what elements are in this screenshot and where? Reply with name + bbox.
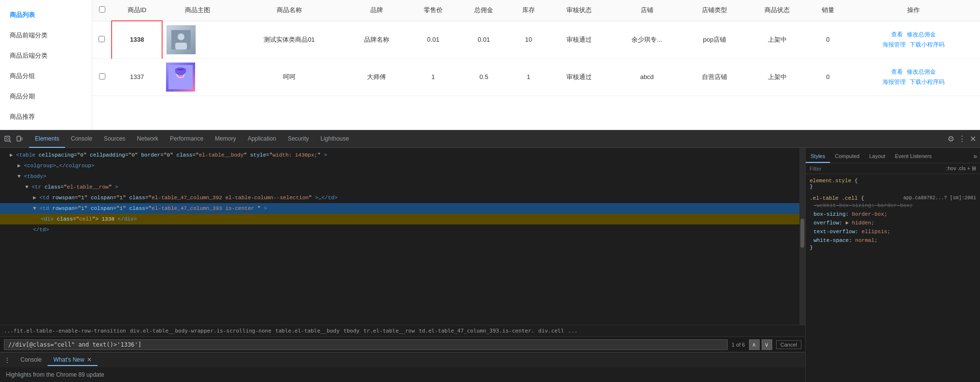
row1-actions: 查看 修改总佣金 海报管理 下载小程序码	[847, 21, 980, 58]
search-input[interactable]	[4, 339, 728, 350]
sidebar-item-backend-cat[interactable]: 商品后端分类	[0, 46, 92, 66]
html-line-colgroup: ▶ <colgroup>…</colgroup>	[0, 160, 799, 171]
tab-elements[interactable]: Elements	[29, 130, 65, 148]
css-selector-el-table-cell: .el-table .cell { app.ca80762...? [sm]:2…	[810, 195, 976, 201]
bc-item-4[interactable]: tbody	[344, 328, 360, 334]
bc-item-3[interactable]: table.el-table__body	[275, 328, 339, 334]
arrow-icon-td2[interactable]: ▼	[33, 206, 36, 211]
sidebar-item-recommend[interactable]: 商品推荐	[0, 107, 92, 127]
sidebar-item-period[interactable]: 商品分期	[0, 86, 92, 107]
row2-view-link[interactable]: 查看	[891, 68, 903, 76]
arrow-icon-td1[interactable]: ▶	[33, 195, 36, 201]
bc-item-7[interactable]: div.cell	[538, 328, 564, 334]
arrow-icon-tr[interactable]: ▼	[25, 184, 29, 190]
th-sales: 销量	[809, 0, 847, 21]
settings-icon[interactable]: ⚙	[947, 134, 954, 143]
row2-thumb-cell	[162, 58, 233, 96]
svg-rect-11	[21, 138, 22, 140]
row1-review-status: 审核通过	[548, 21, 611, 58]
search-prev-button[interactable]: ∧	[749, 339, 760, 350]
sidebar-item-product-list[interactable]: 商品列表	[0, 5, 92, 25]
console-tab-close-icon[interactable]: ✕	[87, 356, 92, 363]
close-devtools-icon[interactable]: ✕	[970, 134, 976, 143]
table-row: 1337	[92, 58, 980, 96]
row2-miniprogram-link[interactable]: 下载小程序码	[910, 78, 945, 86]
filter-suffix[interactable]: :hov .cls + ⊞	[946, 165, 976, 172]
tab-sources[interactable]: Sources	[98, 130, 131, 148]
row1-secondary-actions: 海报管理 下载小程序码	[882, 41, 945, 49]
st-tab-styles[interactable]: Styles	[806, 150, 830, 163]
row2-shop-type: 自营店铺	[683, 58, 746, 96]
search-next-button[interactable]: ∨	[762, 339, 772, 350]
st-tab-layout[interactable]: Layout	[864, 150, 890, 163]
th-product-status: 商品状态	[746, 0, 809, 21]
th-product-name: 商品名称	[233, 0, 346, 21]
row1-poster-link[interactable]: 海报管理	[882, 41, 906, 49]
select-all-checkbox[interactable]	[99, 6, 105, 13]
elements-wrapper: ▶ <table cellspacing="0" cellpadding="0"…	[0, 148, 805, 325]
filter-input[interactable]	[810, 166, 944, 172]
row2-commission: 0.5	[459, 58, 509, 96]
css-closing-element: }	[810, 184, 976, 190]
row1-stock: 10	[509, 21, 548, 58]
row1-view-link[interactable]: 查看	[891, 31, 903, 39]
tab-console[interactable]: Console	[65, 130, 98, 148]
arrow-icon-colgroup[interactable]: ▶	[17, 163, 21, 169]
row2-shop: abcd	[611, 58, 683, 96]
device-icon[interactable]	[16, 135, 23, 143]
scroll-track[interactable]	[799, 148, 805, 325]
console-drag-icon[interactable]: ⋮	[4, 356, 11, 364]
search-cancel-button[interactable]: Cancel	[776, 340, 801, 349]
devtools-main: ▶ <table cellspacing="0" cellpadding="0"…	[0, 148, 805, 382]
bc-item-8[interactable]: ...	[568, 328, 578, 334]
row2-action-links: 查看 修改总佣金 海报管理 下载小程序码	[851, 68, 976, 86]
css-prop-webkit-box-sizing: -webkit-box-sizing: border-box;	[810, 201, 976, 210]
bc-item-5[interactable]: tr.el-table__row	[364, 328, 415, 334]
top-area: 商品列表 商品前端分类 商品后端分类 商品分组 商品分期 商品推荐 商品ID 商…	[0, 0, 980, 130]
row1-checkbox[interactable]	[99, 36, 105, 42]
row1-name: 测试实体类商品01	[233, 21, 346, 58]
html-line-table: ▶ <table cellspacing="0" cellpadding="0"…	[0, 150, 799, 160]
bc-item-6[interactable]: td.el-table_47_column_393.is-center.	[419, 328, 534, 334]
sidebar-item-group[interactable]: 商品分组	[0, 66, 92, 86]
st-tab-event-listeners[interactable]: Event Listeners	[890, 150, 937, 163]
tab-security[interactable]: Security	[282, 130, 315, 148]
css-closing-el-table-cell: }	[810, 245, 976, 251]
tab-network[interactable]: Network	[131, 130, 164, 148]
th-retail-price: 零售价	[408, 0, 458, 21]
more-icon[interactable]: ⋮	[958, 134, 966, 143]
inspect-icon[interactable]	[4, 135, 12, 143]
row2-edit-commission-link[interactable]: 修改总佣金	[907, 68, 936, 76]
arrow-icon[interactable]: ▶	[10, 152, 13, 158]
css-selector-element: element.style {	[810, 178, 976, 184]
console-message: Highlights from the Chrome 89 update	[6, 371, 104, 378]
th-product-image: 商品主图	[162, 0, 233, 21]
row1-edit-commission-link[interactable]: 修改总佣金	[907, 31, 936, 39]
arrow-icon-tbody[interactable]: ▼	[17, 174, 21, 179]
th-actions: 操作	[847, 0, 980, 21]
elements-panel[interactable]: ▶ <table cellspacing="0" cellpadding="0"…	[0, 148, 799, 325]
tab-lighthouse[interactable]: Lighthouse	[315, 130, 355, 148]
row2-name: 呵呵	[233, 58, 346, 96]
tab-performance[interactable]: Performance	[164, 130, 209, 148]
bc-item-2[interactable]: div.el-table__body-wrapper.is-scrolling-…	[130, 328, 271, 334]
st-tab-computed[interactable]: Computed	[830, 150, 864, 163]
console-tab-console[interactable]: Console	[15, 354, 48, 366]
html-line-td2[interactable]: ▼ <td rowspan="1" colspan="1" class="el-…	[0, 203, 799, 214]
search-bar: 1 of 6 ∧ ∨ Cancel	[0, 336, 805, 352]
bc-item-1[interactable]: ...fit.el-table--enable-row-transition	[4, 328, 126, 334]
console-tab-whatsnew-label: What's New	[53, 356, 84, 363]
row2-actions: 查看 修改总佣金 海报管理 下载小程序码	[847, 58, 980, 96]
console-tab-whatsnew[interactable]: What's New ✕	[48, 354, 98, 366]
row2-checkbox[interactable]	[99, 73, 105, 80]
sidebar-item-frontend-cat[interactable]: 商品前端分类	[0, 25, 92, 46]
row2-poster-link[interactable]: 海报管理	[882, 78, 906, 86]
st-tab-expand-icon[interactable]: »	[970, 149, 980, 163]
css-prop-white-space: white-space: normal;	[810, 236, 976, 245]
tab-application[interactable]: Application	[242, 130, 282, 148]
html-line-tbody: ▼ <tbody>	[0, 171, 799, 182]
tab-memory[interactable]: Memory	[209, 130, 242, 148]
svg-rect-7	[5, 136, 10, 141]
svg-rect-2	[175, 43, 187, 49]
row1-miniprogram-link[interactable]: 下载小程序码	[910, 41, 945, 49]
